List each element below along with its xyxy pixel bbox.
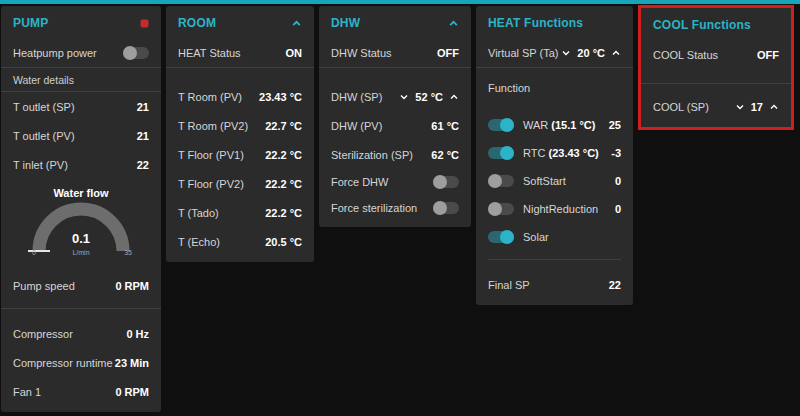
t-echo-label: T (Echo) [178, 236, 220, 248]
dhw-status-value: OFF [437, 47, 459, 59]
solar-row: Solar [476, 223, 633, 251]
rtc-value: -3 [611, 147, 621, 159]
force-sterilization-label: Force sterilization [331, 202, 417, 214]
softstart-value: 0 [615, 175, 621, 187]
pump-speed-row: Pump speed 0 RPM [1, 271, 161, 300]
dhw-pv-label: DHW (PV) [331, 120, 382, 132]
t-room-pv-row: T Room (PV) 23.43 °C [166, 82, 314, 111]
room-card-title: ROOM [178, 16, 216, 30]
virtual-sp-row: Virtual SP (Ta) 20 °C [476, 38, 633, 67]
dhw-card-title: DHW [331, 16, 360, 30]
final-sp-row: Final SP 22 [476, 270, 633, 299]
cool-status-label: COOL Status [653, 49, 718, 61]
t-floor-pv2-row: T Floor (PV2) 22.2 °C [166, 169, 314, 198]
force-sterilization-toggle[interactable] [433, 202, 459, 214]
increase-chevron-icon[interactable] [611, 48, 621, 58]
decrease-chevron-icon[interactable] [399, 92, 409, 102]
solar-label: Solar [523, 231, 549, 243]
toggle-knob [488, 202, 502, 216]
nightreduction-value: 0 [615, 203, 621, 215]
t-room-pv2-label: T Room (PV2) [178, 120, 248, 132]
virtual-sp-value: 20 °C [577, 47, 605, 59]
dhw-sp-label: DHW (SP) [331, 91, 382, 103]
dhw-pv-row: DHW (PV) 61 °C [319, 111, 471, 140]
cool-functions-card-header: COOL Functions [641, 8, 791, 40]
solar-toggle[interactable] [488, 231, 514, 243]
toggle-knob [433, 175, 447, 189]
force-sterilization-row: Force sterilization [319, 195, 471, 221]
gauge-min-label: 0 [32, 249, 36, 256]
t-room-pv2-value: 22.7 °C [265, 120, 302, 132]
compressor-label: Compressor [13, 328, 73, 340]
t-inlet-pv-value: 22 [137, 159, 149, 171]
pump-card-title: PUMP [13, 16, 48, 30]
t-outlet-sp-value: 21 [137, 101, 149, 113]
decrease-chevron-icon[interactable] [561, 48, 571, 58]
t-floor-pv1-value: 22.2 °C [265, 149, 302, 161]
heat-status-label: HEAT Status [178, 47, 241, 59]
water-flow-gauge: 0.1 L/min 0 35 [23, 201, 139, 257]
t-tado-row: T (Tado) 22.2 °C [166, 198, 314, 227]
dhw-sp-value: 52 °C [415, 91, 443, 103]
heatpump-power-toggle[interactable] [123, 47, 149, 59]
heat-status-value: ON [286, 47, 303, 59]
toggle-knob [500, 230, 514, 244]
water-flow-gauge-title: Water flow [1, 187, 161, 199]
decrease-chevron-icon[interactable] [735, 102, 745, 112]
red-annotation-box: COOL Functions COOL Status OFF COOL (SP)… [638, 5, 794, 130]
t-floor-pv1-label: T Floor (PV1) [178, 149, 244, 161]
compressor-runtime-label: Compressor runtime [13, 357, 113, 369]
cool-sp-stepper: 17 [735, 101, 779, 113]
sterilization-sp-value: 62 °C [431, 149, 459, 161]
force-dhw-toggle[interactable] [433, 176, 459, 188]
water-details-label: Water details [1, 68, 161, 91]
cool-functions-card: COOL Functions COOL Status OFF COOL (SP)… [641, 8, 791, 127]
t-tado-label: T (Tado) [178, 207, 219, 219]
t-room-pv2-row: T Room (PV2) 22.7 °C [166, 111, 314, 140]
heat-functions-card: HEAT Functions Virtual SP (Ta) 20 °C Fun… [476, 6, 633, 305]
water-flow-unit: L/min [23, 249, 139, 256]
t-inlet-pv-label: T inlet (PV) [13, 159, 68, 171]
virtual-sp-label: Virtual SP (Ta) [488, 47, 559, 59]
t-tado-value: 22.2 °C [265, 207, 302, 219]
dhw-sp-stepper: 52 °C [399, 91, 459, 103]
collapse-chevron-up-icon[interactable] [448, 18, 459, 29]
cool-sp-row: COOL (SP) 17 [641, 92, 791, 121]
dhw-status-label: DHW Status [331, 47, 392, 59]
collapse-chevron-up-icon[interactable] [291, 18, 302, 29]
softstart-label: SoftStart [523, 175, 566, 187]
t-echo-value: 20.5 °C [265, 236, 302, 248]
softstart-toggle[interactable] [488, 175, 514, 187]
cool-status-value: OFF [757, 49, 779, 61]
red-indicator-icon [140, 19, 149, 28]
increase-chevron-icon[interactable] [449, 92, 459, 102]
t-room-pv-value: 23.43 °C [259, 91, 302, 103]
toggle-knob [433, 201, 447, 215]
rtc-label: RTC (23.43 °C) [523, 147, 599, 159]
t-floor-pv2-value: 22.2 °C [265, 178, 302, 190]
pump-card-header: PUMP [1, 6, 161, 38]
toggle-knob [500, 146, 514, 160]
dhw-card: DHW DHW Status OFF DHW (SP) 52 °C DHW (P… [319, 6, 471, 227]
gauge-max-label: 35 [124, 249, 132, 256]
war-toggle[interactable] [488, 119, 514, 131]
t-room-pv-label: T Room (PV) [178, 91, 242, 103]
t-outlet-pv-value: 21 [137, 130, 149, 142]
increase-chevron-icon[interactable] [769, 102, 779, 112]
fan1-row: Fan 1 0 RPM [1, 377, 161, 406]
heatpump-power-label: Heatpump power [13, 47, 97, 59]
dhw-pv-value: 61 °C [431, 120, 459, 132]
nightreduction-toggle[interactable] [488, 203, 514, 215]
room-card-header: ROOM [166, 6, 314, 38]
force-dhw-row: Force DHW [319, 169, 471, 195]
heat-functions-card-title: HEAT Functions [488, 16, 583, 30]
cool-sp-value: 17 [751, 101, 763, 113]
rtc-toggle[interactable] [488, 147, 514, 159]
t-floor-pv2-label: T Floor (PV2) [178, 178, 244, 190]
dashboard-columns: PUMP Heatpump power Water details T outl… [0, 4, 800, 412]
compressor-runtime-value: 23 Min [115, 357, 149, 369]
compressor-row: Compressor 0 Hz [1, 319, 161, 348]
t-outlet-pv-label: T outlet (PV) [13, 130, 75, 142]
final-sp-label: Final SP [488, 279, 530, 291]
toggle-knob [488, 174, 502, 188]
